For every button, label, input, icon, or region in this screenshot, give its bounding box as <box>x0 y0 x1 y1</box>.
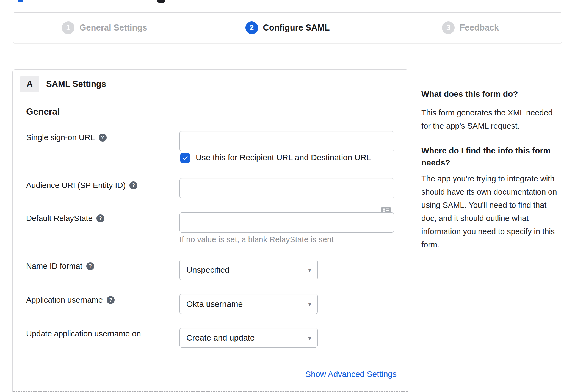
step-1-number-badge: 1 <box>62 21 74 34</box>
chevron-down-icon: ▾ <box>308 334 311 342</box>
update-username-value: Create and update <box>186 333 255 343</box>
saml-settings-panel: A SAML Settings General Single sign-on U… <box>12 69 408 392</box>
relay-state-label: Default RelayState <box>26 214 93 223</box>
step-configure-saml[interactable]: 2 Configure SAML <box>196 13 379 43</box>
show-advanced-settings-link[interactable]: Show Advanced Settings <box>305 369 397 380</box>
section-a-badge: A <box>20 76 39 92</box>
name-id-format-label-row: Name ID format ? <box>26 261 94 272</box>
recipient-url-checkbox-label: Use this for Recipient URL and Destinati… <box>196 152 371 163</box>
application-username-help-icon[interactable]: ? <box>107 296 115 304</box>
sso-url-label: Single sign-on URL <box>26 133 95 142</box>
wizard-stepper: 1 General Settings 2 Configure SAML 3 Fe… <box>13 12 562 43</box>
help-heading-what: What does this form do? <box>421 89 560 100</box>
audience-uri-label: Audience URI (SP Entity ID) <box>26 181 126 190</box>
step-2-number-badge: 2 <box>245 21 258 34</box>
cutoff-blue-logo-fragment <box>18 0 23 2</box>
relay-state-help-icon[interactable]: ? <box>96 214 104 222</box>
name-id-format-select[interactable]: Unspecified ▾ <box>179 260 318 280</box>
audience-uri-input[interactable] <box>179 178 394 198</box>
help-sidebar: What does this form do? This form genera… <box>421 69 560 372</box>
update-username-select[interactable]: Create and update ▾ <box>179 328 318 348</box>
cutoff-dark-icon-fragment <box>157 0 165 3</box>
relay-state-label-row: Default RelayState ? <box>26 213 104 224</box>
recipient-url-checkbox[interactable] <box>180 153 190 163</box>
help-heading-where: Where do I find the info this form needs… <box>421 145 560 169</box>
application-username-value: Okta username <box>186 299 243 309</box>
sso-url-label-row: Single sign-on URL ? <box>26 132 107 143</box>
application-username-label: Application username <box>26 296 103 305</box>
checkmark-icon <box>182 155 189 161</box>
configure-saml-screen: 1 General Settings 2 Configure SAML 3 Fe… <box>0 0 575 392</box>
relay-state-hint: If no value is set, a blank RelayState i… <box>179 234 334 245</box>
general-section-heading: General <box>26 106 60 118</box>
step-2-number: 2 <box>250 23 254 32</box>
chevron-down-icon: ▾ <box>308 300 311 308</box>
help-paragraph-what: This form generates the XML needed for t… <box>421 106 560 132</box>
step-3-label: Feedback <box>460 23 499 33</box>
relay-state-input[interactable] <box>179 212 394 233</box>
step-3-number-badge: 3 <box>442 21 455 34</box>
audience-uri-label-row: Audience URI (SP Entity ID) ? <box>26 180 137 191</box>
help-paragraph-where: The app you're trying to integrate with … <box>421 172 560 251</box>
step-3-number: 3 <box>446 23 450 32</box>
step-1-number: 1 <box>66 23 70 32</box>
step-1-label: General Settings <box>79 23 147 33</box>
panel-title: SAML Settings <box>46 76 106 92</box>
chevron-down-icon: ▾ <box>308 266 311 274</box>
update-username-label: Update application username on <box>26 329 141 338</box>
step-feedback[interactable]: 3 Feedback <box>379 13 562 43</box>
audience-uri-help-icon[interactable]: ? <box>129 181 137 189</box>
step-2-label: Configure SAML <box>263 23 330 33</box>
sso-url-input[interactable] <box>179 131 394 151</box>
update-username-label-row: Update application username on <box>26 328 141 339</box>
application-username-label-row: Application username ? <box>26 294 115 305</box>
name-id-format-help-icon[interactable]: ? <box>86 262 94 270</box>
name-id-format-label: Name ID format <box>26 262 82 271</box>
application-username-select[interactable]: Okta username ▾ <box>179 294 318 314</box>
name-id-format-value: Unspecified <box>186 265 230 275</box>
step-general-settings[interactable]: 1 General Settings <box>13 13 196 43</box>
sso-url-help-icon[interactable]: ? <box>99 134 107 142</box>
